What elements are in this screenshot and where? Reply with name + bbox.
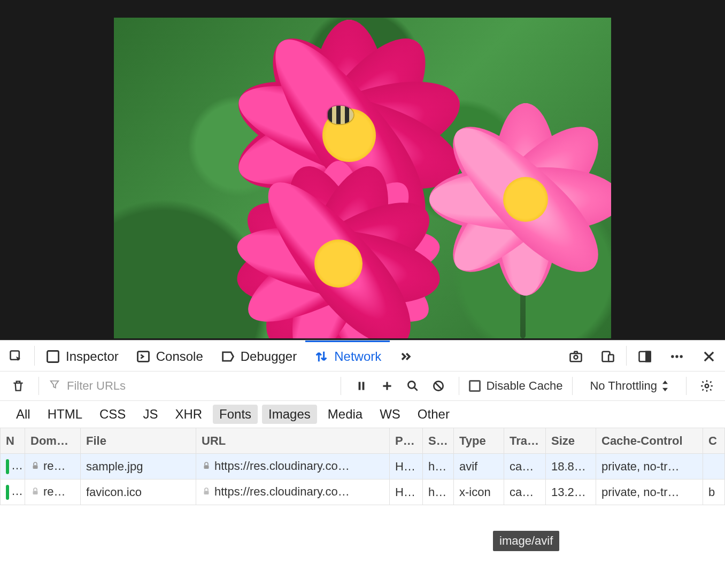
funnel-icon	[49, 378, 60, 393]
table-row[interactable]: G re… favicon.ico https://res.cloudinary…	[1, 479, 725, 505]
checkbox-icon	[469, 380, 481, 392]
svg-rect-6	[608, 355, 613, 362]
block-button[interactable]	[428, 379, 449, 393]
svg-rect-1	[48, 351, 59, 362]
lock-icon	[30, 485, 40, 499]
col-protocol[interactable]: P…	[390, 428, 423, 454]
lock-icon	[202, 460, 211, 474]
throttling-label: No Throttling	[590, 379, 657, 393]
filter-ws[interactable]: WS	[373, 405, 407, 424]
filter-css[interactable]: CSS	[93, 405, 132, 424]
lock-icon	[30, 460, 40, 474]
flower	[253, 178, 424, 338]
svg-point-9	[671, 355, 674, 358]
svg-point-16	[705, 384, 709, 388]
network-table: N Dom… File URL P… S… Type Tra… Size Cac…	[0, 428, 725, 505]
filter-js[interactable]: JS	[136, 405, 164, 424]
filter-images[interactable]: Images	[262, 405, 317, 424]
tab-inspector[interactable]: Inspector	[37, 341, 127, 371]
bee	[328, 106, 353, 124]
tab-label: Inspector	[66, 349, 119, 364]
lock-icon	[202, 485, 211, 499]
devtools-tab-strip: Inspector Console Debugger Network	[0, 340, 725, 371]
col-url[interactable]: URL	[196, 428, 390, 454]
col-last[interactable]: C	[703, 428, 725, 454]
page-viewport	[0, 0, 725, 340]
filter-all[interactable]: All	[10, 405, 37, 424]
filter-urls-input[interactable]	[66, 378, 226, 393]
search-button[interactable]	[402, 379, 423, 393]
tab-console[interactable]: Console	[127, 341, 212, 371]
filter-html[interactable]: HTML	[41, 405, 89, 424]
svg-rect-19	[33, 491, 38, 494]
pick-element-button[interactable]	[0, 341, 32, 371]
settings-button[interactable]	[696, 379, 718, 393]
overflow-tabs-button[interactable]	[390, 341, 422, 371]
tab-debugger[interactable]: Debugger	[212, 341, 305, 371]
col-file[interactable]: File	[81, 428, 196, 454]
disable-cache-label: Disable Cache	[486, 379, 562, 393]
disable-cache-checkbox[interactable]: Disable Cache	[469, 379, 562, 393]
svg-point-4	[574, 355, 578, 359]
filter-xhr[interactable]: XHR	[168, 405, 209, 424]
tab-network[interactable]: Network	[305, 341, 390, 371]
type-tooltip: image/avif	[493, 531, 559, 551]
svg-point-14	[408, 381, 415, 388]
clear-button[interactable]	[7, 379, 29, 393]
svg-rect-17	[33, 465, 38, 469]
type-filter-row: All HTML CSS JS XHR Fonts Images Media W…	[0, 401, 725, 428]
col-method[interactable]: N	[1, 428, 25, 454]
col-transferred[interactable]: Tra…	[504, 428, 546, 454]
pause-button[interactable]	[351, 379, 372, 393]
dock-side-button[interactable]	[629, 341, 661, 371]
svg-point-10	[675, 355, 678, 358]
svg-rect-18	[204, 465, 209, 469]
status-marker	[6, 459, 9, 474]
col-type[interactable]: Type	[454, 428, 504, 454]
responsive-mode-button[interactable]	[592, 341, 624, 371]
throttling-select[interactable]: No Throttling	[582, 379, 676, 393]
tab-label: Console	[156, 349, 203, 364]
flower	[445, 119, 606, 280]
filter-media[interactable]: Media	[321, 405, 369, 424]
filter-other[interactable]: Other	[411, 405, 456, 424]
svg-point-11	[680, 355, 682, 358]
svg-rect-20	[204, 491, 209, 494]
svg-rect-13	[362, 382, 365, 390]
close-devtools-button[interactable]	[693, 341, 725, 371]
filter-fonts[interactable]: Fonts	[213, 405, 258, 424]
col-size[interactable]: Size	[546, 428, 596, 454]
add-button[interactable]	[376, 379, 398, 393]
loaded-image	[114, 18, 611, 338]
col-scheme[interactable]: S…	[423, 428, 454, 454]
col-cache-control[interactable]: Cache-Control	[596, 428, 703, 454]
col-domain[interactable]: Dom…	[25, 428, 81, 454]
tab-label: Debugger	[241, 349, 297, 364]
more-options-button[interactable]	[661, 341, 693, 371]
network-toolbar: Disable Cache No Throttling	[0, 371, 725, 401]
table-header-row: N Dom… File URL P… S… Type Tra… Size Cac…	[1, 428, 725, 454]
svg-rect-8	[646, 352, 650, 362]
table-row[interactable]: G re… sample.jpg https://res.cloudinary.…	[1, 454, 725, 479]
status-marker	[6, 485, 9, 500]
tab-label: Network	[334, 349, 381, 364]
screenshot-button[interactable]	[560, 341, 592, 371]
svg-rect-12	[359, 382, 361, 390]
